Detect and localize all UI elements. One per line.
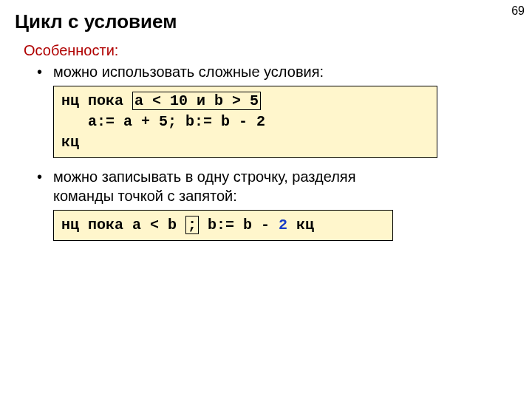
- code-text: кц: [287, 216, 314, 233]
- code-block: нц пока a < b ; b:= b - 2 кц: [53, 210, 393, 241]
- page-number: 69: [511, 4, 525, 18]
- code-text: b:= b -: [199, 216, 279, 233]
- highlight-condition: a < 10 и b > 5: [132, 92, 261, 110]
- bullet-list: можно записывать в одну строчку, разделя…: [37, 167, 517, 205]
- bullet-text: можно записывать в одну строчку, разделя…: [53, 168, 355, 185]
- bullet-text: команды точкой с запятой:: [53, 188, 237, 204]
- slide: 69 Цикл с условием Особенности: можно ис…: [0, 0, 532, 399]
- page-title: Цикл с условием: [15, 10, 517, 33]
- code-number: 2: [279, 216, 287, 233]
- highlight-semicolon: ;: [185, 216, 199, 234]
- code-text: нц пока: [61, 92, 132, 109]
- code-text: кц: [61, 134, 79, 151]
- code-block: нц пока a < 10 и b > 5 a:= a + 5; b:= b …: [53, 86, 437, 158]
- bullet-text: можно использовать сложные условия:: [53, 64, 324, 80]
- code-text: a:= a + 5; b:= b - 2: [61, 113, 265, 130]
- code-content: нц пока a < 10 и b > 5 a:= a + 5; b:= b …: [53, 86, 437, 158]
- code-content: нц пока a < b ; b:= b - 2 кц: [53, 210, 393, 241]
- section-heading: Особенности:: [24, 42, 517, 59]
- list-item: можно записывать в одну строчку, разделя…: [37, 167, 517, 205]
- list-item: можно использовать сложные условия:: [37, 62, 517, 81]
- code-text: нц пока a < b: [61, 216, 185, 233]
- bullet-list: можно использовать сложные условия:: [37, 62, 517, 81]
